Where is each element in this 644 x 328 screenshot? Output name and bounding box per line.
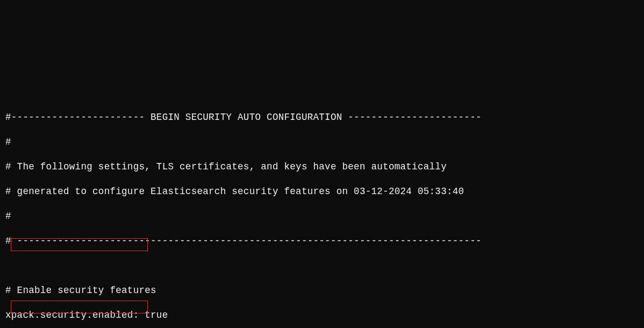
config-line: # (5, 136, 639, 148)
terminal-output[interactable]: #----------------------- BEGIN SECURITY … (5, 49, 639, 328)
config-line (5, 260, 639, 272)
config-line: # generated to configure Elasticsearch s… (5, 186, 639, 198)
config-line: #----------------------- BEGIN SECURITY … (5, 111, 639, 124)
config-line (5, 87, 639, 99)
config-line: # (5, 210, 639, 223)
config-line (5, 62, 639, 74)
config-line: # Enable security features (5, 284, 639, 297)
config-line: # --------------------------------------… (5, 235, 639, 247)
config-line: xpack.security.enabled: true (5, 309, 639, 322)
config-line: # The following settings, TLS certificat… (5, 161, 639, 173)
